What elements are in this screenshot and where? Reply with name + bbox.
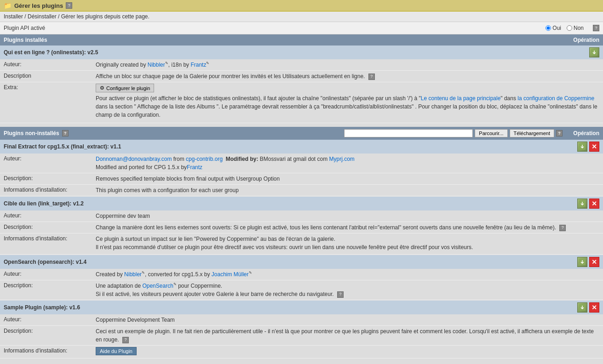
- opensearch-delete-btn[interactable]: ✕: [589, 257, 599, 267]
- api-non-label: Non: [574, 25, 584, 31]
- onlinestats-desc-row: Description Affiche un bloc sur chaque p…: [0, 71, 603, 82]
- plugin-opensearch-header: OpenSearch (opensearch): v1.4: [4, 259, 563, 265]
- nibbler-link-2[interactable]: Nibbler: [124, 271, 142, 278]
- donnoman-link[interactable]: Donnoman@donovanbray.com: [96, 156, 172, 162]
- sample-desc-row: Description: Ceci est un exemple de plug…: [0, 326, 603, 346]
- sample-info-value: Aide du Plugin: [96, 347, 599, 355]
- sample-auteur-label: Auteur:: [4, 316, 96, 323]
- browse-btn[interactable]: Parcourir...: [475, 129, 507, 137]
- file-upload-input[interactable]: [344, 129, 473, 137]
- sample-info-label: Informations d'installation:: [4, 347, 96, 354]
- onlinestats-auteur-row: Auteur: Originally created by Nibbler✎, …: [0, 59, 603, 71]
- link-target-desc-label: Description:: [4, 223, 96, 230]
- final-extract-install-btn[interactable]: [577, 142, 587, 152]
- plugin-link-target: Cible du lien (link_target): v1.2 ✕ Aute…: [0, 197, 603, 255]
- myprj-link[interactable]: Myprj.com: [329, 156, 355, 162]
- link-target-install-btn[interactable]: [577, 199, 587, 209]
- not-installed-help-icon[interactable]: ?: [62, 130, 69, 136]
- final-extract-desc-row: Description: Removes specified template …: [0, 173, 603, 185]
- link-target-info-value: Ce plugin à surtout un impact sur le lie…: [96, 235, 599, 251]
- onlinestats-extra-value: ⚙ Configurer le plugin Pour activer ce p…: [96, 84, 599, 119]
- plugin-final-extract: Final Extract for cpg1.5.x (final_extrac…: [0, 140, 603, 196]
- api-oui-option[interactable]: Oui: [546, 25, 561, 31]
- api-non-radio[interactable]: [567, 25, 572, 31]
- configure-plugin-btn[interactable]: ⚙ Configurer le plugin: [96, 84, 154, 92]
- installed-operation-header: Opération: [563, 37, 599, 43]
- link-target-desc-row: Description: Change la manière dont les …: [0, 222, 603, 233]
- upload-btn[interactable]: Téléchargement: [510, 129, 555, 137]
- page-principale-link[interactable]: Le contenu de la page principale: [421, 95, 500, 102]
- gear-icon: ⚙: [100, 85, 104, 91]
- final-extract-info-row: Informations d'installation: This plugin…: [0, 185, 603, 196]
- plugin-final-extract-header: Final Extract for cpg1.5.x (final_extrac…: [4, 143, 563, 150]
- opensearch-link[interactable]: OpenSearch: [142, 283, 173, 289]
- link-target-auteur-row: Auteur: Coppermine dev team: [0, 210, 603, 222]
- sample-auteur-row: Auteur: Coppermine Development Team: [0, 314, 603, 326]
- final-extract-auteur-label: Auteur:: [4, 155, 96, 162]
- sample-auteur-value: Coppermine Development Team: [96, 316, 599, 324]
- api-oui-label: Oui: [552, 25, 561, 31]
- onlinestats-extra-text: Pour activer ce plugin (et afficher le b…: [96, 94, 599, 119]
- link-target-info-label: Informations d'installation:: [4, 235, 96, 242]
- api-bar: Plugin API activé Oui Non ?: [0, 22, 603, 34]
- onlinestats-desc-label: Description: [4, 72, 96, 79]
- plugin-opensearch: OpenSearch (opensearch): v1.4 ✕ Auteur: …: [0, 255, 603, 300]
- onlinestats-extra-row: Extra: ⚙ Configurer le plugin Pour activ…: [0, 82, 603, 123]
- link-target-auteur-value: Coppermine dev team: [96, 212, 599, 220]
- page-title: Gérer les plugins: [14, 2, 63, 9]
- joachim-link[interactable]: Joachim Müller: [212, 271, 249, 278]
- api-label: Plugin API activé: [4, 25, 546, 31]
- page-title-bar: 📁 Gérer les plugins ?: [0, 0, 603, 11]
- final-extract-info-label: Informations d'installation:: [4, 186, 96, 193]
- sample-desc-help[interactable]: ?: [122, 337, 129, 343]
- sample-info-row: Informations d'installation: Aide du Plu…: [0, 346, 603, 358]
- not-installed-operation-header: Opération: [563, 130, 599, 136]
- configure-btn-label: Configurer le plugin: [106, 85, 150, 91]
- aide-plugin-btn[interactable]: Aide du Plugin: [96, 347, 137, 355]
- not-installed-header: Plugins non-installés: [4, 130, 59, 136]
- plugin-onlinestats-install-btn[interactable]: [589, 47, 599, 57]
- subtitle-bar: Installer / Désinstaller / Gérer les plu…: [0, 11, 603, 22]
- frantz-link-2[interactable]: Frantz: [187, 164, 202, 171]
- link-target-delete-btn[interactable]: ✕: [589, 199, 599, 209]
- frantz-link-1[interactable]: Frantz: [190, 62, 206, 68]
- opensearch-install-btn[interactable]: [577, 257, 587, 267]
- link-target-desc-help[interactable]: ?: [559, 225, 566, 231]
- onlinestats-desc-help[interactable]: ?: [368, 74, 375, 80]
- api-radio-group: Oui Non: [546, 25, 584, 31]
- file-upload-area: Parcourir... Téléchargement ?: [71, 129, 563, 137]
- opensearch-auteur-row: Auteur: Created by Nibbler✎, converted f…: [0, 269, 603, 280]
- plugin-sample-header: Sample Plugin (sample): v1.6: [4, 304, 563, 311]
- api-oui-radio[interactable]: [546, 25, 551, 31]
- page-wrapper: 📁 Gérer les plugins ? Installer / Désins…: [0, 0, 603, 364]
- title-help-icon[interactable]: ?: [66, 2, 72, 9]
- cpg-contrib-link[interactable]: cpg-contrib.org: [186, 156, 223, 162]
- opensearch-desc-row: Description: Une adaptation de OpenSearc…: [0, 280, 603, 300]
- final-extract-desc-label: Description:: [4, 175, 96, 182]
- config-coppermine-link[interactable]: la configuration de Coppermine: [517, 95, 594, 102]
- plugin-sample: Sample Plugin (sample): v1.6 ✕ Auteur: C…: [0, 301, 603, 358]
- sample-delete-btn[interactable]: ✕: [589, 302, 599, 313]
- opensearch-auteur-label: Auteur:: [4, 270, 96, 277]
- final-extract-info-value: This plugin comes with a configuration f…: [96, 186, 599, 194]
- plugin-onlinestats-header: Qui est en ligne ? (onlinestats): v2.5: [4, 49, 563, 56]
- api-help-icon[interactable]: ?: [593, 25, 599, 31]
- sample-install-btn[interactable]: [577, 302, 587, 313]
- opensearch-desc-help[interactable]: ?: [337, 291, 344, 298]
- opensearch-desc-value: Une adaptation de OpenSearch✎ pour Coppe…: [96, 282, 599, 298]
- final-extract-desc-value: Removes specified template blocks from f…: [96, 175, 599, 183]
- folder-icon: 📁: [4, 2, 11, 9]
- opensearch-desc-label: Description:: [4, 282, 96, 289]
- not-installed-plugins-section: Plugins non-installés ? Parcourir... Tél…: [0, 127, 603, 358]
- api-non-option[interactable]: Non: [567, 25, 584, 31]
- upload-help-icon[interactable]: ?: [556, 130, 563, 136]
- link-target-desc-value: Change la manière dont les liens externe…: [96, 223, 599, 232]
- onlinestats-auteur-value: Originally created by Nibbler✎, i18n by …: [96, 61, 599, 69]
- final-extract-auteur-row: Auteur: Donnoman@donovanbray.com from cp…: [0, 154, 603, 173]
- onlinestats-extra-label: Extra:: [4, 84, 96, 91]
- final-extract-delete-btn[interactable]: ✕: [589, 142, 599, 152]
- sample-desc-label: Description:: [4, 327, 96, 334]
- nibbler-link[interactable]: Nibbler: [148, 62, 165, 68]
- plugin-link-target-header: Cible du lien (link_target): v1.2: [4, 200, 563, 207]
- onlinestats-desc-value: Affiche un bloc sur chaque page de la Ga…: [96, 72, 599, 80]
